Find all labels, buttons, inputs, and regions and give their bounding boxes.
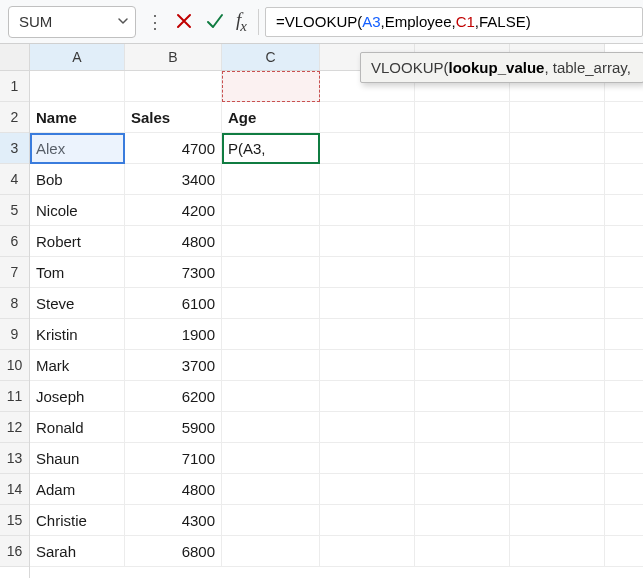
cell[interactable] (320, 319, 415, 349)
row-header[interactable]: 14 (0, 474, 29, 505)
cell[interactable] (222, 412, 320, 442)
cell[interactable] (415, 102, 510, 132)
cell[interactable] (222, 474, 320, 504)
cell-name[interactable]: Christie (30, 505, 125, 535)
cell[interactable] (510, 164, 605, 194)
cell[interactable] (415, 536, 510, 566)
cell[interactable] (415, 412, 510, 442)
cell[interactable] (320, 133, 415, 163)
cell[interactable] (510, 319, 605, 349)
cell[interactable] (415, 350, 510, 380)
cell-sales[interactable]: 4700 (125, 133, 222, 163)
cell-name[interactable]: Joseph (30, 381, 125, 411)
cell[interactable] (222, 381, 320, 411)
cell[interactable] (222, 505, 320, 535)
cell[interactable] (320, 102, 415, 132)
cell[interactable] (222, 288, 320, 318)
cell[interactable] (510, 350, 605, 380)
cell[interactable] (222, 443, 320, 473)
fx-icon[interactable]: fx (236, 9, 246, 35)
cell[interactable] (320, 164, 415, 194)
cancel-icon[interactable] (174, 11, 194, 31)
cell-sales[interactable]: 7100 (125, 443, 222, 473)
cell-sales[interactable]: 6100 (125, 288, 222, 318)
cell-name[interactable]: Adam (30, 474, 125, 504)
row-header[interactable]: 15 (0, 505, 29, 536)
cell-name[interactable]: Ronald (30, 412, 125, 442)
row-header[interactable]: 5 (0, 195, 29, 226)
row-header[interactable]: 9 (0, 319, 29, 350)
row-header[interactable]: 6 (0, 226, 29, 257)
cell-sales[interactable]: 3700 (125, 350, 222, 380)
cell[interactable] (510, 381, 605, 411)
cell[interactable] (415, 226, 510, 256)
cell[interactable] (415, 505, 510, 535)
cell[interactable] (222, 257, 320, 287)
cell-sales[interactable]: 4300 (125, 505, 222, 535)
column-header[interactable]: A (30, 44, 125, 70)
options-icon[interactable]: ⋮ (142, 11, 168, 33)
cell-name[interactable]: Bob (30, 164, 125, 194)
chevron-down-icon[interactable] (117, 13, 129, 30)
cell[interactable] (320, 381, 415, 411)
cell-sales[interactable]: 3400 (125, 164, 222, 194)
cell-sales[interactable]: 4800 (125, 474, 222, 504)
cell-name[interactable]: Alex (30, 133, 125, 163)
row-header[interactable]: 2 (0, 102, 29, 133)
cell-sales[interactable]: 5900 (125, 412, 222, 442)
column-header[interactable]: C (222, 44, 320, 70)
cell[interactable] (320, 412, 415, 442)
column-header[interactable]: B (125, 44, 222, 70)
cell-sales[interactable]: 7300 (125, 257, 222, 287)
cell[interactable] (510, 536, 605, 566)
cell[interactable] (510, 133, 605, 163)
cell-name[interactable]: Steve (30, 288, 125, 318)
cell[interactable] (510, 226, 605, 256)
cell[interactable] (222, 195, 320, 225)
cell[interactable] (510, 102, 605, 132)
cell-name[interactable]: Kristin (30, 319, 125, 349)
row-header[interactable]: 11 (0, 381, 29, 412)
cell[interactable] (320, 443, 415, 473)
header-age[interactable]: Age (222, 102, 320, 132)
row-header[interactable]: 4 (0, 164, 29, 195)
formula-input[interactable]: =VLOOKUP(A3,Employee,C1,FALSE) (265, 7, 643, 37)
cell[interactable] (222, 536, 320, 566)
cell[interactable] (415, 381, 510, 411)
cell[interactable] (415, 319, 510, 349)
cell[interactable] (320, 288, 415, 318)
cell[interactable] (222, 71, 320, 101)
cell[interactable] (30, 71, 125, 101)
select-all-corner[interactable] (0, 44, 29, 71)
cell[interactable] (510, 505, 605, 535)
cell[interactable] (222, 164, 320, 194)
row-header[interactable]: 10 (0, 350, 29, 381)
cell-sales[interactable]: 1900 (125, 319, 222, 349)
header-name[interactable]: Name (30, 102, 125, 132)
cell[interactable] (415, 164, 510, 194)
cell[interactable] (125, 71, 222, 101)
cell[interactable] (222, 350, 320, 380)
cell[interactable] (510, 412, 605, 442)
row-header[interactable]: 7 (0, 257, 29, 288)
cell[interactable] (510, 288, 605, 318)
name-box[interactable]: SUM (8, 6, 136, 38)
cell[interactable] (320, 505, 415, 535)
cell[interactable] (320, 350, 415, 380)
header-sales[interactable]: Sales (125, 102, 222, 132)
cell-sales[interactable]: 4200 (125, 195, 222, 225)
cell-sales[interactable]: 4800 (125, 226, 222, 256)
cell[interactable] (320, 536, 415, 566)
cell[interactable] (510, 474, 605, 504)
row-header[interactable]: 8 (0, 288, 29, 319)
cell[interactable] (320, 226, 415, 256)
cell-sales[interactable]: 6200 (125, 381, 222, 411)
cell[interactable] (222, 226, 320, 256)
cell-name[interactable]: Robert (30, 226, 125, 256)
active-cell-c3[interactable]: P(A3, (222, 133, 320, 163)
cell-sales[interactable]: 6800 (125, 536, 222, 566)
cell[interactable] (510, 257, 605, 287)
row-header[interactable]: 13 (0, 443, 29, 474)
row-header[interactable]: 3 (0, 133, 29, 164)
row-header[interactable]: 1 (0, 71, 29, 102)
